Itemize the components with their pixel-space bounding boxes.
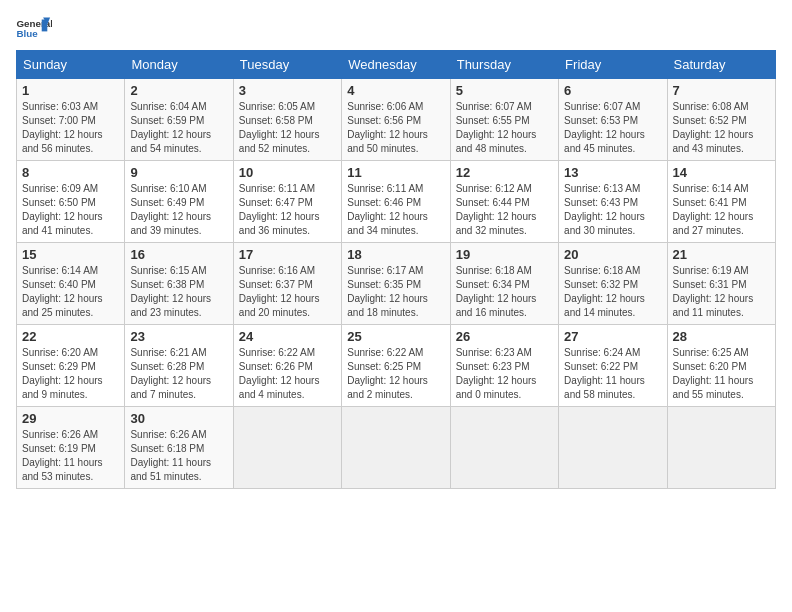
day-number: 2 <box>130 83 227 98</box>
week-row-2: 8 Sunrise: 6:09 AMSunset: 6:50 PMDayligh… <box>17 161 776 243</box>
calendar-cell: 14 Sunrise: 6:14 AMSunset: 6:41 PMDaylig… <box>667 161 775 243</box>
day-info: Sunrise: 6:23 AMSunset: 6:23 PMDaylight:… <box>456 347 537 400</box>
day-header-thursday: Thursday <box>450 51 558 79</box>
day-info: Sunrise: 6:18 AMSunset: 6:34 PMDaylight:… <box>456 265 537 318</box>
calendar: SundayMondayTuesdayWednesdayThursdayFrid… <box>16 50 776 489</box>
week-row-4: 22 Sunrise: 6:20 AMSunset: 6:29 PMDaylig… <box>17 325 776 407</box>
calendar-cell <box>450 407 558 489</box>
day-info: Sunrise: 6:22 AMSunset: 6:26 PMDaylight:… <box>239 347 320 400</box>
day-info: Sunrise: 6:16 AMSunset: 6:37 PMDaylight:… <box>239 265 320 318</box>
calendar-cell <box>233 407 341 489</box>
day-info: Sunrise: 6:26 AMSunset: 6:19 PMDaylight:… <box>22 429 103 482</box>
calendar-cell: 7 Sunrise: 6:08 AMSunset: 6:52 PMDayligh… <box>667 79 775 161</box>
logo-icon: General Blue <box>16 16 52 44</box>
day-number: 22 <box>22 329 119 344</box>
calendar-cell: 23 Sunrise: 6:21 AMSunset: 6:28 PMDaylig… <box>125 325 233 407</box>
day-number: 29 <box>22 411 119 426</box>
day-number: 15 <box>22 247 119 262</box>
day-number: 13 <box>564 165 661 180</box>
calendar-cell: 4 Sunrise: 6:06 AMSunset: 6:56 PMDayligh… <box>342 79 450 161</box>
day-header-saturday: Saturday <box>667 51 775 79</box>
week-row-1: 1 Sunrise: 6:03 AMSunset: 7:00 PMDayligh… <box>17 79 776 161</box>
logo: General Blue <box>16 16 52 44</box>
calendar-cell: 9 Sunrise: 6:10 AMSunset: 6:49 PMDayligh… <box>125 161 233 243</box>
calendar-cell: 15 Sunrise: 6:14 AMSunset: 6:40 PMDaylig… <box>17 243 125 325</box>
day-info: Sunrise: 6:18 AMSunset: 6:32 PMDaylight:… <box>564 265 645 318</box>
calendar-cell: 18 Sunrise: 6:17 AMSunset: 6:35 PMDaylig… <box>342 243 450 325</box>
day-info: Sunrise: 6:24 AMSunset: 6:22 PMDaylight:… <box>564 347 645 400</box>
day-number: 11 <box>347 165 444 180</box>
calendar-cell <box>667 407 775 489</box>
calendar-cell <box>342 407 450 489</box>
day-info: Sunrise: 6:11 AMSunset: 6:46 PMDaylight:… <box>347 183 428 236</box>
day-number: 7 <box>673 83 770 98</box>
calendar-cell: 26 Sunrise: 6:23 AMSunset: 6:23 PMDaylig… <box>450 325 558 407</box>
calendar-cell: 20 Sunrise: 6:18 AMSunset: 6:32 PMDaylig… <box>559 243 667 325</box>
day-info: Sunrise: 6:04 AMSunset: 6:59 PMDaylight:… <box>130 101 211 154</box>
day-number: 1 <box>22 83 119 98</box>
day-number: 20 <box>564 247 661 262</box>
day-number: 24 <box>239 329 336 344</box>
calendar-cell: 1 Sunrise: 6:03 AMSunset: 7:00 PMDayligh… <box>17 79 125 161</box>
day-number: 5 <box>456 83 553 98</box>
calendar-cell: 25 Sunrise: 6:22 AMSunset: 6:25 PMDaylig… <box>342 325 450 407</box>
calendar-cell <box>559 407 667 489</box>
day-number: 12 <box>456 165 553 180</box>
day-info: Sunrise: 6:11 AMSunset: 6:47 PMDaylight:… <box>239 183 320 236</box>
calendar-cell: 27 Sunrise: 6:24 AMSunset: 6:22 PMDaylig… <box>559 325 667 407</box>
day-header-tuesday: Tuesday <box>233 51 341 79</box>
day-info: Sunrise: 6:12 AMSunset: 6:44 PMDaylight:… <box>456 183 537 236</box>
day-info: Sunrise: 6:19 AMSunset: 6:31 PMDaylight:… <box>673 265 754 318</box>
calendar-cell: 22 Sunrise: 6:20 AMSunset: 6:29 PMDaylig… <box>17 325 125 407</box>
day-number: 30 <box>130 411 227 426</box>
week-row-5: 29 Sunrise: 6:26 AMSunset: 6:19 PMDaylig… <box>17 407 776 489</box>
day-info: Sunrise: 6:20 AMSunset: 6:29 PMDaylight:… <box>22 347 103 400</box>
day-header-wednesday: Wednesday <box>342 51 450 79</box>
calendar-cell: 24 Sunrise: 6:22 AMSunset: 6:26 PMDaylig… <box>233 325 341 407</box>
day-info: Sunrise: 6:25 AMSunset: 6:20 PMDaylight:… <box>673 347 754 400</box>
day-number: 27 <box>564 329 661 344</box>
calendar-cell: 2 Sunrise: 6:04 AMSunset: 6:59 PMDayligh… <box>125 79 233 161</box>
calendar-cell: 6 Sunrise: 6:07 AMSunset: 6:53 PMDayligh… <box>559 79 667 161</box>
calendar-cell: 28 Sunrise: 6:25 AMSunset: 6:20 PMDaylig… <box>667 325 775 407</box>
day-number: 6 <box>564 83 661 98</box>
calendar-cell: 16 Sunrise: 6:15 AMSunset: 6:38 PMDaylig… <box>125 243 233 325</box>
day-info: Sunrise: 6:06 AMSunset: 6:56 PMDaylight:… <box>347 101 428 154</box>
day-info: Sunrise: 6:13 AMSunset: 6:43 PMDaylight:… <box>564 183 645 236</box>
day-info: Sunrise: 6:14 AMSunset: 6:41 PMDaylight:… <box>673 183 754 236</box>
day-info: Sunrise: 6:15 AMSunset: 6:38 PMDaylight:… <box>130 265 211 318</box>
calendar-cell: 17 Sunrise: 6:16 AMSunset: 6:37 PMDaylig… <box>233 243 341 325</box>
day-number: 16 <box>130 247 227 262</box>
day-number: 19 <box>456 247 553 262</box>
day-number: 23 <box>130 329 227 344</box>
day-number: 18 <box>347 247 444 262</box>
svg-text:Blue: Blue <box>17 28 39 39</box>
calendar-cell: 3 Sunrise: 6:05 AMSunset: 6:58 PMDayligh… <box>233 79 341 161</box>
calendar-cell: 10 Sunrise: 6:11 AMSunset: 6:47 PMDaylig… <box>233 161 341 243</box>
day-info: Sunrise: 6:03 AMSunset: 7:00 PMDaylight:… <box>22 101 103 154</box>
day-info: Sunrise: 6:09 AMSunset: 6:50 PMDaylight:… <box>22 183 103 236</box>
day-number: 17 <box>239 247 336 262</box>
day-info: Sunrise: 6:21 AMSunset: 6:28 PMDaylight:… <box>130 347 211 400</box>
calendar-cell: 30 Sunrise: 6:26 AMSunset: 6:18 PMDaylig… <box>125 407 233 489</box>
calendar-cell: 19 Sunrise: 6:18 AMSunset: 6:34 PMDaylig… <box>450 243 558 325</box>
day-info: Sunrise: 6:07 AMSunset: 6:55 PMDaylight:… <box>456 101 537 154</box>
day-number: 9 <box>130 165 227 180</box>
day-info: Sunrise: 6:22 AMSunset: 6:25 PMDaylight:… <box>347 347 428 400</box>
day-header-friday: Friday <box>559 51 667 79</box>
day-info: Sunrise: 6:07 AMSunset: 6:53 PMDaylight:… <box>564 101 645 154</box>
calendar-header-row: SundayMondayTuesdayWednesdayThursdayFrid… <box>17 51 776 79</box>
day-header-monday: Monday <box>125 51 233 79</box>
day-number: 25 <box>347 329 444 344</box>
calendar-cell: 8 Sunrise: 6:09 AMSunset: 6:50 PMDayligh… <box>17 161 125 243</box>
calendar-cell: 5 Sunrise: 6:07 AMSunset: 6:55 PMDayligh… <box>450 79 558 161</box>
day-info: Sunrise: 6:08 AMSunset: 6:52 PMDaylight:… <box>673 101 754 154</box>
day-info: Sunrise: 6:05 AMSunset: 6:58 PMDaylight:… <box>239 101 320 154</box>
day-info: Sunrise: 6:10 AMSunset: 6:49 PMDaylight:… <box>130 183 211 236</box>
day-number: 28 <box>673 329 770 344</box>
week-row-3: 15 Sunrise: 6:14 AMSunset: 6:40 PMDaylig… <box>17 243 776 325</box>
day-info: Sunrise: 6:14 AMSunset: 6:40 PMDaylight:… <box>22 265 103 318</box>
day-number: 4 <box>347 83 444 98</box>
calendar-cell: 29 Sunrise: 6:26 AMSunset: 6:19 PMDaylig… <box>17 407 125 489</box>
calendar-cell: 13 Sunrise: 6:13 AMSunset: 6:43 PMDaylig… <box>559 161 667 243</box>
